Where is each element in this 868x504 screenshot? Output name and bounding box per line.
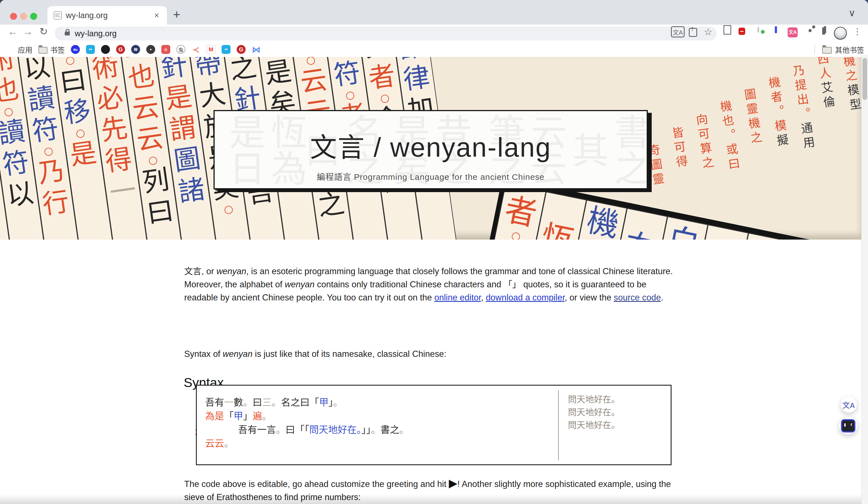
folder-icon — [822, 47, 832, 54]
address-bar[interactable]: wy-lang.org — [55, 27, 717, 41]
bilibili-icon: •• — [86, 45, 95, 54]
bookmark-star-icon[interactable]: ☆ — [704, 26, 712, 38]
close-window-button[interactable] — [10, 13, 17, 20]
italic-text: wenyan — [216, 266, 246, 276]
code-token: 三 — [262, 397, 271, 408]
zoom-window-button[interactable] — [30, 13, 37, 20]
text-link[interactable]: online editor — [434, 292, 481, 302]
tab-wy-lang[interactable]: wy-lang.org × — [48, 6, 167, 24]
scrollbar-track[interactable] — [861, 55, 868, 504]
bird-icon: • — [146, 45, 155, 54]
browser-menu-icon[interactable]: ⋮ — [853, 26, 862, 37]
text-run: Syntax of — [184, 349, 223, 359]
side-panel-icon[interactable] — [824, 26, 826, 33]
baidu-icon: du — [71, 45, 80, 54]
bookmark-anime-girl[interactable]: ☆ — [161, 45, 170, 54]
text-run: . — [661, 292, 663, 302]
bookmark-g-red-2[interactable]: G — [237, 45, 246, 54]
code-token: 」 — [329, 397, 333, 408]
bookmark-bookmarks-folder[interactable]: 书签 — [39, 44, 65, 55]
forward-button[interactable]: → — [21, 26, 35, 38]
code-token: 「「 — [295, 424, 309, 435]
bookmark-coral-arrow[interactable]: ≺ — [192, 45, 200, 54]
banner-char: 讀 — [0, 114, 30, 150]
banner-char: 曰 — [142, 194, 179, 229]
code-token: 」 — [243, 410, 252, 422]
browser-toolbar: ← → ↻ wy-lang.org 文A ☆ 文A ⋮ — [0, 24, 868, 42]
bilibili-2-icon: •• — [221, 45, 230, 54]
banner-char: 列 — [137, 163, 174, 198]
ext-copy-pages-icon[interactable] — [725, 27, 727, 33]
profile-avatar[interactable] — [834, 27, 847, 40]
minimize-window-button[interactable] — [20, 13, 27, 20]
bookmark-bilibili-2[interactable]: •• — [221, 45, 230, 54]
code-token: 。 — [262, 410, 271, 422]
google-translate-icon[interactable]: 文A — [671, 26, 685, 38]
code-token: 言 — [267, 424, 276, 435]
bookmark-gmail[interactable]: M — [207, 45, 216, 54]
site-subtitle: 編程語言 Programming Language for the ancien… — [215, 170, 647, 182]
lock-icon[interactable] — [65, 32, 70, 35]
code-token: 。 — [271, 397, 281, 408]
bookmark-rabbit[interactable]: 兔 — [176, 45, 185, 54]
share-icon[interactable] — [689, 28, 697, 37]
reload-button[interactable]: ↻ — [36, 26, 51, 38]
banner-small-text-run: 乃提出。 — [790, 64, 812, 123]
bookmark-apps[interactable]: 应用 — [6, 44, 32, 55]
bookmark-github[interactable] — [101, 45, 110, 54]
monica-assistant-fab[interactable] — [839, 417, 857, 434]
scrollbar-thumb[interactable] — [862, 58, 867, 100]
github-icon — [101, 45, 110, 54]
code-editor[interactable]: 吾有一數。曰三。名之曰「甲」。為是「甲」遍。吾有一言。曰「「問天地好在。」」。書… — [205, 396, 409, 450]
tab-close-icon[interactable]: × — [154, 11, 159, 20]
ext-pink-translate-icon[interactable]: 文A — [788, 27, 798, 38]
other-bookmarks-label: 其他书签 — [835, 44, 864, 55]
other-bookmarks[interactable]: 其他书签 — [814, 42, 864, 57]
bookmark-g-red[interactable]: G — [116, 45, 125, 54]
bookmark-docker[interactable]: ≋ — [131, 45, 140, 54]
banner-small-text-run: 奇圖靈 — [645, 143, 665, 188]
bookmarks-bar: 应用书签du••G≋•☆兔≺M••G⋈ — [0, 42, 868, 57]
code-token: 名之曰 — [281, 397, 310, 408]
banner-small-text: 奇圖靈皆可得向可算之機也。或曰圖靈機之機者。模擬乃提出。通用西人艾倫算機之模型靈… — [631, 57, 861, 234]
banner-char: 機 — [580, 200, 627, 239]
back-button[interactable]: ← — [6, 26, 20, 38]
text-link[interactable]: download a compiler — [486, 292, 565, 302]
code-token: 一 — [224, 397, 234, 408]
bookmark-bowtie[interactable]: ⋈ — [252, 45, 261, 54]
banner-char: 白 — [660, 220, 707, 239]
code-token: 吾有 — [238, 424, 257, 435]
bookmark-bilibili[interactable]: •• — [86, 45, 95, 54]
text-run: The code above is editable, go ahead cus… — [184, 479, 449, 489]
banner-small-text-run: 西人 — [814, 57, 832, 82]
banner-small-text-run: 模型 — [845, 83, 861, 114]
banner-char: 是 — [160, 80, 197, 115]
ext-monica-icon[interactable] — [775, 26, 777, 33]
bookmark-baidu[interactable]: du — [71, 45, 80, 54]
output-line: 問天地好在。 — [568, 393, 620, 406]
italic-text: wenyan — [285, 279, 314, 289]
text-run: , or view the — [565, 292, 614, 302]
banner-char: 是 — [260, 57, 297, 90]
bowtie-icon: ⋈ — [252, 45, 261, 54]
banner-char: 云 — [132, 121, 168, 157]
coral-arrow-icon: ≺ — [192, 45, 200, 54]
bamboo-strip: 者○若針等於 — [455, 184, 546, 239]
code-token: 。 — [333, 397, 343, 408]
new-tab-button[interactable]: + — [173, 10, 180, 20]
code-line: 云云。 — [205, 437, 409, 450]
banner-small-text-run: 皆可得 — [669, 126, 689, 171]
rabbit-icon: 兔 — [176, 45, 185, 54]
code-token: 「 — [310, 397, 319, 408]
text-link-visited[interactable]: source code — [614, 292, 661, 302]
banner-char: 曰 — [54, 63, 91, 99]
banner-char: 一 — [104, 173, 141, 209]
tab-search-chevron-icon[interactable]: ∨ — [848, 7, 856, 18]
banner-char: 謂 — [164, 111, 201, 146]
bookmark-bird[interactable]: • — [146, 45, 155, 54]
ext-dotted-circle-icon[interactable] — [757, 27, 759, 33]
italic-text: wenyan — [223, 349, 252, 359]
page-translate-fab[interactable]: 文A — [841, 397, 857, 413]
code-token: 吾有 — [205, 397, 224, 408]
banner-char: 讀 — [23, 81, 60, 116]
